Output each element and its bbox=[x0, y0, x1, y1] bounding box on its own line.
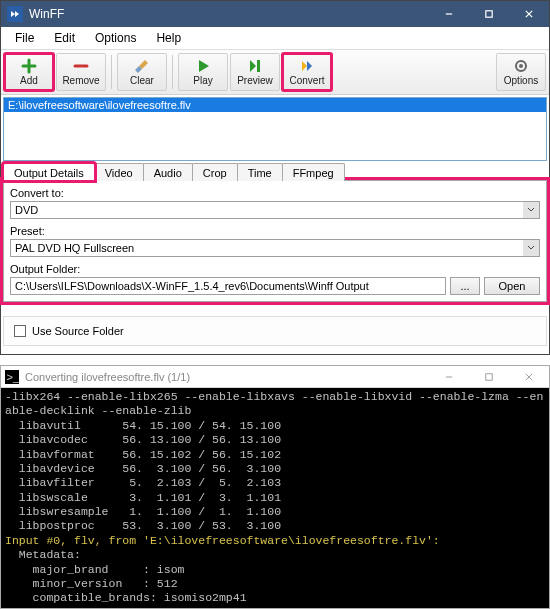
convert-icon bbox=[299, 58, 315, 74]
svg-rect-1 bbox=[486, 11, 492, 17]
add-button[interactable]: Add bbox=[4, 53, 54, 91]
console-maximize-button[interactable] bbox=[469, 366, 509, 388]
svg-rect-10 bbox=[486, 373, 492, 379]
menu-options[interactable]: Options bbox=[85, 29, 146, 47]
menu-file[interactable]: File bbox=[5, 29, 44, 47]
open-folder-button[interactable]: Open bbox=[484, 277, 540, 295]
chevron-down-icon bbox=[523, 202, 539, 218]
convert-to-select[interactable]: DVD bbox=[10, 201, 540, 219]
console-output: -libx264 --enable-libx265 --enable-libxa… bbox=[1, 388, 549, 608]
separator bbox=[111, 55, 112, 89]
console-window: >_ Converting ilovefreesoftre.flv (1/1) … bbox=[0, 365, 550, 609]
svg-point-7 bbox=[519, 64, 523, 68]
browse-button[interactable]: ... bbox=[450, 277, 480, 295]
chevron-down-icon bbox=[523, 240, 539, 256]
app-icon bbox=[7, 6, 23, 22]
tab-ffmpeg[interactable]: FFmpeg bbox=[282, 163, 345, 181]
plus-icon bbox=[21, 58, 37, 74]
preview-icon bbox=[247, 58, 263, 74]
main-window: WinFF File Edit Options Help Add Remove … bbox=[0, 0, 550, 355]
output-folder-field[interactable]: C:\Users\ILFS\Downloads\X-WinFF_1.5.4_re… bbox=[10, 277, 446, 295]
gear-icon bbox=[513, 58, 529, 74]
file-list-item[interactable]: E:\ilovefreesoftware\ilovefreesoftre.flv bbox=[4, 98, 546, 112]
output-details-panel: Convert to: DVD Preset: PAL DVD HQ Fulls… bbox=[3, 180, 547, 302]
console-close-button[interactable] bbox=[509, 366, 549, 388]
minus-icon bbox=[73, 58, 89, 74]
console-title-bar: >_ Converting ilovefreesoftre.flv (1/1) bbox=[1, 366, 549, 388]
cmd-icon: >_ bbox=[5, 370, 19, 384]
play-icon bbox=[195, 58, 211, 74]
preset-label: Preset: bbox=[10, 225, 540, 237]
tabs-area: Output Details Video Audio Crop Time FFm… bbox=[3, 163, 547, 302]
tab-strip: Output Details Video Audio Crop Time FFm… bbox=[3, 163, 547, 181]
use-source-folder-label: Use Source Folder bbox=[32, 325, 124, 337]
convert-to-label: Convert to: bbox=[10, 187, 540, 199]
minimize-button[interactable] bbox=[429, 1, 469, 27]
maximize-button[interactable] bbox=[469, 1, 509, 27]
clear-button[interactable]: Clear bbox=[117, 53, 167, 91]
console-title: Converting ilovefreesoftre.flv (1/1) bbox=[25, 371, 429, 383]
preset-select[interactable]: PAL DVD HQ Fullscreen bbox=[10, 239, 540, 257]
broom-icon bbox=[134, 58, 150, 74]
menu-help[interactable]: Help bbox=[146, 29, 191, 47]
tab-time[interactable]: Time bbox=[237, 163, 283, 181]
output-folder-label: Output Folder: bbox=[10, 263, 540, 275]
tab-audio[interactable]: Audio bbox=[143, 163, 193, 181]
convert-to-value: DVD bbox=[11, 202, 523, 218]
preview-button[interactable]: Preview bbox=[230, 53, 280, 91]
console-minimize-button[interactable] bbox=[429, 366, 469, 388]
file-list[interactable]: E:\ilovefreesoftware\ilovefreesoftre.flv bbox=[3, 97, 547, 161]
use-source-folder-checkbox[interactable] bbox=[14, 325, 26, 337]
title-bar: WinFF bbox=[1, 1, 549, 27]
window-title: WinFF bbox=[29, 7, 429, 21]
menu-edit[interactable]: Edit bbox=[44, 29, 85, 47]
svg-rect-5 bbox=[257, 60, 260, 72]
svg-text:>_: >_ bbox=[6, 371, 19, 383]
remove-button[interactable]: Remove bbox=[56, 53, 106, 91]
close-button[interactable] bbox=[509, 1, 549, 27]
toolbar: Add Remove Clear Play Preview Convert Op… bbox=[1, 50, 549, 95]
tab-output-details[interactable]: Output Details bbox=[3, 163, 95, 181]
play-button[interactable]: Play bbox=[178, 53, 228, 91]
tab-video[interactable]: Video bbox=[94, 163, 144, 181]
preset-value: PAL DVD HQ Fullscreen bbox=[11, 240, 523, 256]
separator bbox=[172, 55, 173, 89]
options-button[interactable]: Options bbox=[496, 53, 546, 91]
tab-crop[interactable]: Crop bbox=[192, 163, 238, 181]
convert-button[interactable]: Convert bbox=[282, 53, 332, 91]
options-area: Use Source Folder bbox=[3, 316, 547, 346]
menu-bar: File Edit Options Help bbox=[1, 27, 549, 50]
